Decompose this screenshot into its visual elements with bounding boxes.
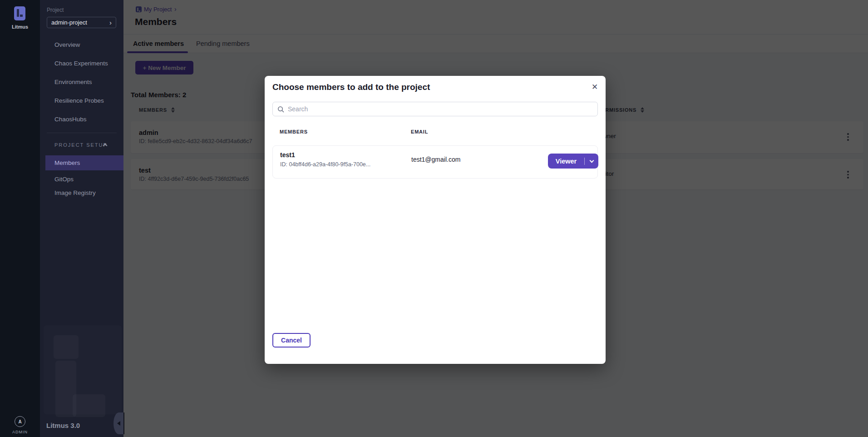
sidebar-item-overview[interactable]: Overview [40,39,123,50]
search-input[interactable] [288,105,593,113]
candidate-id: ID: 04bff4d6-a29a-4f80-9f5a-700e... [280,161,370,168]
close-icon[interactable]: ✕ [588,80,601,93]
avatar-label: ADMIN [0,430,40,434]
sidebar-item-environments[interactable]: Environments [40,76,123,88]
search-icon [277,106,284,113]
sidebar-item-members[interactable]: Members [45,155,123,170]
left-rail: Litmus A ADMIN [0,0,40,437]
chevron-right-icon: › [109,19,112,26]
sidebar-item-image-registry[interactable]: Image Registry [40,187,123,199]
role-dropdown-caret[interactable] [585,160,598,162]
litmus-app: My Project › Members Active members Pend… [0,0,868,437]
candidate-name: test1 [280,151,295,159]
sidebar-item-gitops[interactable]: GitOps [40,173,123,185]
brand-label: Litmus [0,24,40,30]
chevron-down-icon [589,158,594,163]
project-setup-section-label: PROJECT SETUP [54,142,108,148]
sidebar-collapse-button[interactable] [113,412,124,434]
sidebar: Project admin-project › Overview Chaos E… [40,0,123,437]
project-select-value: admin-project [51,19,87,26]
sidebar-item-chaoshubs[interactable]: ChaosHubs [40,113,123,125]
litmus-logo-icon [14,6,25,20]
modal-title: Choose members to add to the project [272,82,430,92]
version-label: Litmus 3.0 [46,422,80,429]
project-label: Project [47,7,64,13]
candidate-email: test1@gmail.com [411,156,460,163]
arrow-left-icon [117,421,120,426]
role-dropdown-button[interactable]: Viewer [548,154,598,169]
sidebar-watermark [54,335,79,359]
avatar[interactable]: A [15,416,25,427]
divider [47,133,117,133]
modal-column-email: EMAIL [411,129,428,134]
project-select[interactable]: admin-project › [47,17,116,28]
role-label: Viewer [548,158,584,165]
modal-column-members: MEMBERS [280,129,308,134]
sidebar-item-chaos-experiments[interactable]: Chaos Experiments [40,57,123,69]
sidebar-watermark [73,394,105,417]
sidebar-item-resilience-probes[interactable]: Resilience Probes [40,94,123,106]
add-members-modal: Choose members to add to the project ✕ M… [265,76,606,364]
cancel-button[interactable]: Cancel [272,333,311,348]
candidate-member-row: test1 ID: 04bff4d6-a29a-4f80-9f5a-700e..… [272,145,598,179]
search-box [272,102,598,116]
